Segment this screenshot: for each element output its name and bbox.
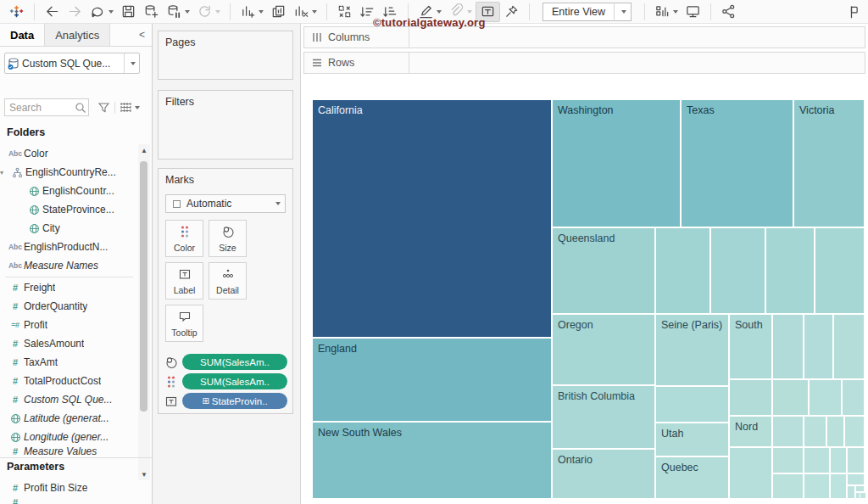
treemap-tile-south[interactable]: South — [729, 314, 772, 379]
treemap-tile[interactable] — [815, 227, 865, 314]
back-arrow-icon[interactable] — [41, 2, 64, 22]
treemap-tile[interactable] — [830, 473, 847, 499]
field-color[interactable]: AbcColor — [0, 144, 138, 163]
filter-fields-icon[interactable] — [95, 101, 113, 114]
treemap-tile[interactable] — [844, 416, 865, 447]
fit-selector[interactable]: Entire View — [542, 3, 632, 21]
show-hide-cards-icon[interactable] — [651, 2, 682, 22]
filters-shelf[interactable]: Filters — [158, 90, 293, 160]
collapse-pane-button[interactable]: < — [132, 24, 152, 46]
treemap-tile-oregon[interactable]: Oregon — [552, 314, 655, 385]
scroll-up-icon[interactable]: ▲ — [138, 144, 150, 156]
field-freight[interactable]: #Freight — [0, 278, 138, 297]
treemap-tile-quebec[interactable]: Quebec — [655, 456, 729, 499]
mark-type-dropdown[interactable]: Automatic — [165, 194, 286, 213]
treemap-tile[interactable] — [826, 416, 844, 447]
treemap-tile[interactable] — [772, 473, 804, 499]
show-me-icon[interactable] — [840, 2, 863, 22]
field-englishcountr[interactable]: EnglishCountr... — [0, 182, 138, 200]
treemap-tile[interactable] — [655, 227, 710, 314]
scrollbar-thumb[interactable] — [140, 161, 147, 412]
treemap-tile[interactable] — [833, 314, 865, 379]
fix-axes-icon[interactable] — [500, 2, 523, 22]
field-measure-values[interactable]: #Measure Values — [0, 446, 138, 456]
tab-data[interactable]: Data — [0, 24, 44, 46]
field-city[interactable]: City — [0, 219, 138, 238]
label-button[interactable]: Label — [165, 262, 203, 300]
treemap-tile-queensland[interactable]: Queensland — [552, 227, 655, 314]
treemap-tile[interactable] — [847, 485, 855, 499]
treemap-tile[interactable] — [655, 386, 729, 423]
clear-sheet-icon[interactable] — [290, 2, 320, 22]
presentation-mode-icon[interactable] — [682, 2, 704, 22]
treemap-tile-ontario[interactable]: Ontario — [552, 449, 655, 499]
treemap-tile[interactable] — [710, 227, 765, 314]
fit-selector-caret[interactable] — [614, 3, 631, 21]
treemap-tile[interactable] — [772, 416, 804, 447]
parameter-partial[interactable]: # — [0, 497, 152, 504]
treemap-tile[interactable] — [804, 447, 830, 473]
run-data-updates-icon[interactable] — [193, 2, 224, 22]
fields-scrollbar[interactable]: ▲ ▼ — [138, 144, 150, 480]
save-icon[interactable] — [117, 2, 140, 22]
parameter-profit-bin-size[interactable]: #Profit Bin Size — [0, 479, 152, 497]
duplicate-sheet-icon[interactable] — [267, 2, 290, 22]
forward-arrow-icon[interactable] — [64, 2, 86, 22]
mark-type-caret[interactable] — [268, 195, 285, 212]
tab-analytics[interactable]: Analytics — [44, 24, 110, 46]
treemap-tile-nord[interactable]: Nord — [729, 416, 772, 447]
field-pill[interactable]: ⊞StateProvin.. — [182, 393, 287, 409]
field-totalproductcost[interactable]: #TotalProductCost — [0, 372, 138, 390]
treemap-tile[interactable] — [772, 379, 809, 416]
treemap-tile-new-south-wales[interactable]: New South Wales — [312, 422, 552, 499]
treemap-tile[interactable] — [804, 473, 830, 499]
treemap-tile-victoria[interactable]: Victoria — [793, 99, 865, 227]
pause-data-updates-icon[interactable] — [163, 2, 193, 22]
treemap-tile[interactable] — [729, 447, 772, 499]
field-longitude-gener[interactable]: Longitude (gener... — [0, 428, 138, 446]
treemap-tile[interactable] — [847, 473, 865, 485]
field-taxamt[interactable]: #TaxAmt — [0, 353, 138, 372]
collapse-hierarchy-icon[interactable]: ▾ — [0, 169, 8, 176]
field-latitude-generat[interactable]: Latitude (generat... — [0, 409, 138, 428]
treemap-tile[interactable] — [855, 485, 865, 492]
treemap-tile[interactable] — [765, 227, 815, 314]
add-data-source-icon[interactable] — [140, 2, 163, 22]
data-source-dropdown[interactable] — [124, 53, 139, 73]
pages-shelf[interactable]: Pages — [158, 31, 293, 80]
swap-rows-columns-icon[interactable] — [333, 2, 356, 22]
field-englishproductn[interactable]: AbcEnglishProductN... — [0, 238, 138, 256]
field-pill[interactable]: SUM(SalesAm.. — [182, 373, 287, 389]
field-englishcountryre[interactable]: ▾EnglishCountryRe... — [0, 163, 138, 182]
field-orderquantity[interactable]: #OrderQuantity — [0, 297, 138, 316]
field-profit[interactable]: =#Profit — [0, 316, 138, 334]
treemap-tile[interactable] — [842, 379, 865, 416]
detail-button[interactable]: Detail — [209, 262, 247, 300]
field-salesamount[interactable]: #SalesAmount — [0, 334, 138, 353]
data-source-selector[interactable]: Custom SQL Que... — [4, 53, 140, 74]
columns-drop-area[interactable] — [409, 27, 865, 48]
treemap-tile[interactable] — [809, 379, 842, 416]
field-custom-sql-que[interactable]: #Custom SQL Que... — [0, 390, 138, 409]
columns-shelf[interactable]: Columns — [303, 26, 865, 48]
treemap-tile[interactable] — [772, 447, 804, 473]
treemap-tile[interactable] — [847, 447, 865, 473]
treemap-tile[interactable] — [830, 447, 847, 473]
view-options-icon[interactable] — [117, 101, 142, 114]
rows-shelf[interactable]: Rows — [303, 52, 865, 74]
treemap-tile-british-columbia[interactable]: British Columbia — [552, 385, 655, 449]
treemap-tile-california[interactable]: California — [312, 99, 552, 338]
replay-sheet-icon[interactable] — [86, 2, 117, 22]
size-button[interactable]: Size — [209, 220, 247, 257]
treemap-tile-seine-paris[interactable]: Seine (Paris) — [655, 314, 729, 386]
field-measure-names[interactable]: AbcMeasure Names — [0, 256, 138, 275]
treemap-tile-england[interactable]: England — [312, 338, 552, 422]
treemap-tile-washington[interactable]: Washington — [552, 99, 681, 227]
field-stateprovince[interactable]: StateProvince... — [0, 200, 138, 219]
field-pill[interactable]: SUM(SalesAm.. — [182, 354, 287, 370]
treemap-tile-utah[interactable]: Utah — [655, 423, 729, 456]
rows-drop-area[interactable] — [409, 53, 865, 73]
treemap-tile[interactable] — [804, 314, 833, 379]
new-worksheet-icon[interactable] — [236, 2, 267, 22]
treemap-tile[interactable] — [804, 416, 826, 447]
